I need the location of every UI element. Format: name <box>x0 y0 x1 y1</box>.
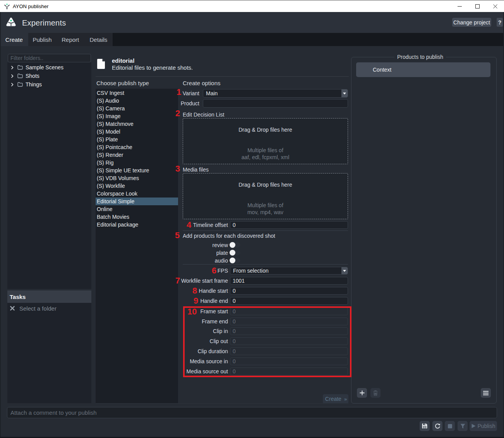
help-button[interactable]: ? <box>497 18 503 27</box>
timeline-offset-input[interactable]: 0 <box>230 221 348 229</box>
delete-product-button[interactable] <box>370 388 381 398</box>
chevron-right-icon <box>10 66 14 69</box>
handle-start-value: 0 <box>233 288 236 294</box>
publish-type-item[interactable]: (S) Workfile <box>96 182 178 190</box>
handle-start-input[interactable]: 0 <box>230 287 348 295</box>
creator-name: editorial <box>112 57 134 64</box>
toggle-knob <box>230 250 235 256</box>
tab-publish[interactable]: Publish <box>28 33 57 46</box>
edl-dropzone[interactable]: Drag & Drop files here Multiple files of… <box>183 118 348 164</box>
review-toggle-label: review <box>183 242 228 248</box>
review-toggle[interactable] <box>230 242 240 247</box>
close-icon <box>493 4 497 9</box>
folder-tree-item-sample-scenes[interactable]: Sample Scenes <box>7 63 91 72</box>
publish-type-item[interactable]: (S) Camera <box>96 105 178 112</box>
publish-button[interactable]: Publish <box>470 421 497 431</box>
app-window-icon <box>4 3 10 9</box>
folder-tree-item-shots[interactable]: Shots <box>7 72 91 80</box>
dropdown-arrow-button[interactable] <box>341 267 348 274</box>
product-input[interactable] <box>203 99 348 108</box>
folder-filter-input[interactable]: Filter folders.. <box>8 54 91 62</box>
review-toggle-row: review <box>183 242 348 248</box>
chevron-right-icon <box>10 74 14 78</box>
filter-button[interactable] <box>458 421 468 431</box>
publish-type-item-selected[interactable]: Editorial Simple <box>96 198 178 205</box>
handle-start-label: Handle start <box>183 288 228 294</box>
publish-type-item[interactable]: Batch Movies <box>96 213 178 221</box>
audio-toggle[interactable] <box>230 258 240 263</box>
play-icon <box>471 424 476 428</box>
change-project-button[interactable]: Change project <box>452 18 491 27</box>
trash-icon <box>373 390 378 396</box>
publish-type-item[interactable]: Colorspace Look <box>96 190 178 198</box>
annotation-number-4: 4 <box>187 222 191 228</box>
variant-label: Variant <box>183 90 199 96</box>
audio-toggle-row: audio <box>183 258 348 263</box>
plate-toggle-row: plate <box>183 250 348 256</box>
publish-type-item[interactable]: (S) Pointcache <box>96 143 178 151</box>
fps-row: FPS From selection <box>183 267 348 275</box>
variant-row: Variant Main <box>183 89 348 98</box>
comment-placeholder: Attach a comment to your publish <box>10 409 97 416</box>
publish-type-item[interactable]: (S) Model <box>96 128 178 136</box>
add-products-label: Add products for each discovered shot <box>183 233 275 239</box>
annotation-number-7: 7 <box>175 278 180 284</box>
app-header <box>0 12 504 33</box>
product-list-menu-button[interactable] <box>481 388 491 398</box>
add-product-button[interactable] <box>357 388 367 398</box>
workfile-start-frame-value: 1001 <box>233 278 245 284</box>
publish-type-item[interactable]: (S) VDB Volumes <box>96 174 178 182</box>
annotation-number-2: 2 <box>175 110 180 117</box>
publish-type-item[interactable]: (S) Image <box>96 112 178 120</box>
annotation-number-1: 1 <box>177 89 181 95</box>
media-dropzone[interactable]: Drag & Drop files here Multiple files of… <box>183 173 348 219</box>
publish-type-item[interactable]: (S) Rig <box>96 159 178 167</box>
create-button[interactable]: Create » <box>323 394 348 404</box>
publish-type-item[interactable]: (S) Simple UE texture <box>96 167 178 174</box>
tabbar: Create Publish Report Details <box>0 33 113 46</box>
annotation-number-5: 5 <box>175 232 180 239</box>
publish-type-item[interactable]: (S) Render <box>96 151 178 159</box>
product-item-label: Context <box>373 67 391 73</box>
variant-combobox[interactable]: Main <box>203 89 348 98</box>
folder-label: Things <box>26 81 42 88</box>
close-button[interactable] <box>486 0 504 12</box>
maximize-icon <box>475 4 480 9</box>
x-mark-icon <box>10 306 15 311</box>
folder-tree: Sample Scenes Shots Things <box>7 62 91 289</box>
publish-button-label: Publish <box>478 423 495 429</box>
plate-toggle-label: plate <box>183 250 228 256</box>
product-item-context[interactable]: Context <box>356 62 490 77</box>
dropdown-arrow-button[interactable] <box>341 89 348 97</box>
folder-icon <box>17 65 23 70</box>
plate-toggle[interactable] <box>230 250 240 255</box>
funnel-icon <box>460 424 465 429</box>
stop-button[interactable] <box>445 421 455 431</box>
save-button[interactable] <box>420 421 430 431</box>
minimize-button[interactable] <box>451 0 468 12</box>
maximize-button[interactable] <box>468 0 486 12</box>
media-dropzone-formats: mov, mp4, wav <box>183 209 348 216</box>
handle-end-input[interactable]: 0 <box>230 297 348 305</box>
publish-type-item[interactable]: Online <box>96 205 178 213</box>
publish-type-item[interactable]: (S) Matchmove <box>96 120 178 128</box>
publish-type-item[interactable]: CSV Ingest <box>96 89 178 97</box>
folder-tree-item-things[interactable]: Things <box>7 80 91 89</box>
create-button-label: Create <box>325 396 341 402</box>
refresh-button[interactable] <box>432 421 442 431</box>
tab-create[interactable]: Create <box>0 33 28 46</box>
tab-details[interactable]: Details <box>84 33 113 46</box>
fps-combobox[interactable]: From selection <box>230 267 348 275</box>
stop-icon <box>448 424 452 428</box>
publish-type-item[interactable]: (S) Plate <box>96 136 178 143</box>
tasks-empty-row: Select a folder <box>7 304 91 313</box>
folder-label: Sample Scenes <box>26 64 63 70</box>
workfile-start-frame-input[interactable]: 1001 <box>230 277 348 285</box>
tab-report[interactable]: Report <box>56 33 84 46</box>
publish-type-item[interactable]: (S) Audio <box>96 97 178 105</box>
comment-input[interactable]: Attach a comment to your publish <box>7 407 497 418</box>
publish-type-item[interactable]: Editorial package <box>96 221 178 228</box>
fps-value: From selection <box>230 268 341 274</box>
fps-label: FPS <box>183 268 228 274</box>
annotation-number-8: 8 <box>192 288 197 294</box>
